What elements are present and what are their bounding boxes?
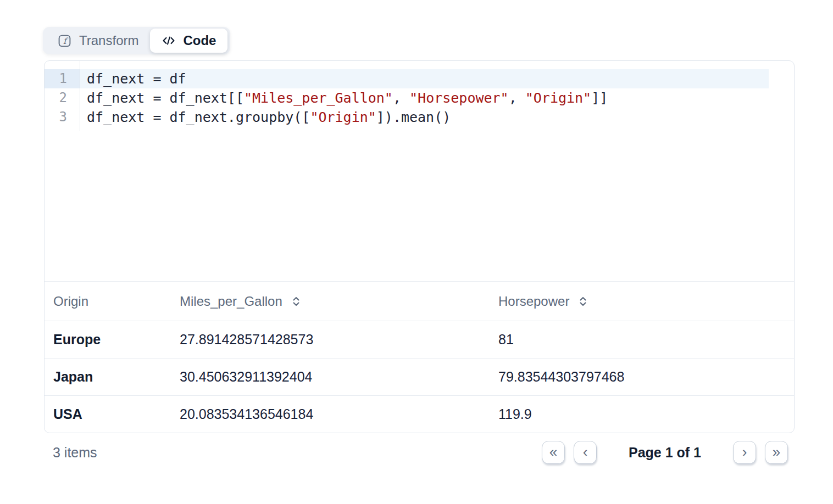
miles-per-gallon-cell: 30.450632911392404 [171,359,490,396]
line-number: 3 [45,108,80,127]
view-tab-group: f Transform Code [43,27,230,54]
double-chevron-right-icon: » [773,445,780,459]
table-footer: 3 items « ‹ Page 1 of 1 › » [44,435,795,470]
code-token: ]).mean() [376,109,451,125]
code-token: df_next = df_next.groupby([ [87,109,310,125]
column-header-horsepower[interactable]: Horsepower [490,282,794,321]
origin-cell: USA [45,396,171,433]
column-header-label: Miles_per_Gallon [180,294,282,309]
page-indicator: Page 1 of 1 [629,445,701,461]
next-page-button[interactable]: › [733,441,756,464]
string-token: "Origin" [310,109,376,125]
column-header-miles-per-gallon[interactable]: Miles_per_Gallon [171,282,490,321]
svg-text:f: f [63,36,69,46]
pagination: « ‹ Page 1 of 1 › » [542,441,788,464]
code-editor-content: 1 df_next = df 2 df_next = df_next[["Mil… [45,61,794,131]
sort-arrows-icon[interactable] [291,295,302,308]
table-row: USA 20.083534136546184 119.9 [45,396,794,433]
string-token: "Miles_per_Gallon" [244,90,393,106]
origin-cell: Europe [45,321,171,359]
tab-transform[interactable]: f Transform [46,29,150,53]
double-chevron-left-icon: « [549,445,557,459]
origin-cell: Japan [45,359,171,396]
column-header-origin: Origin [45,282,171,321]
column-header-label: Horsepower [498,294,569,309]
code-brackets-icon [162,33,176,48]
code-line: 2 df_next = df_next[["Miles_per_Gallon",… [45,88,794,108]
line-number: 2 [45,88,80,108]
last-page-button[interactable]: » [765,441,788,464]
table-row: Japan 30.450632911392404 79.835443037974… [45,359,794,396]
table-header-row: Origin Miles_per_Gallon [45,282,794,321]
code-text: df_next = df_next[["Miles_per_Gallon", "… [80,88,769,108]
miles-per-gallon-cell: 20.083534136546184 [171,396,490,433]
horsepower-cell: 79.83544303797468 [490,359,794,396]
column-header-label: Origin [53,294,88,309]
function-icon: f [57,33,72,48]
code-text: df_next = df [80,69,769,88]
code-token: , [393,90,409,106]
code-editor[interactable]: 1 df_next = df 2 df_next = df_next[["Mil… [45,61,794,282]
sort-arrows-icon[interactable] [577,295,588,308]
miles-per-gallon-cell: 27.891428571428573 [171,321,490,359]
horsepower-cell: 119.9 [490,396,794,433]
code-line: 1 df_next = df [45,69,794,88]
line-number: 1 [45,69,80,88]
tab-code[interactable]: Code [150,29,227,53]
code-token: ]] [591,90,608,106]
tab-code-label: Code [183,33,216,48]
first-page-button[interactable]: « [542,441,565,464]
transform-panel: 1 df_next = df 2 df_next = df_next[["Mil… [44,60,795,433]
code-line: 3 df_next = df_next.groupby(["Origin"]).… [45,108,794,127]
code-token: , [509,90,525,106]
code-token: df_next = df_next[[ [87,90,244,106]
string-token: "Horsepower" [409,90,509,106]
chevron-left-icon: ‹ [583,445,588,459]
tab-transform-label: Transform [79,33,138,48]
horsepower-cell: 81 [490,321,794,359]
code-token: df_next = df [87,71,186,87]
string-token: "Origin" [525,90,591,106]
table-row: Europe 27.891428571428573 81 [45,321,794,359]
previous-page-button[interactable]: ‹ [574,441,597,464]
code-text: df_next = df_next.groupby(["Origin"]).me… [80,108,769,127]
chevron-right-icon: › [742,445,747,459]
items-count: 3 items [53,445,542,461]
result-table: Origin Miles_per_Gallon [45,282,794,433]
